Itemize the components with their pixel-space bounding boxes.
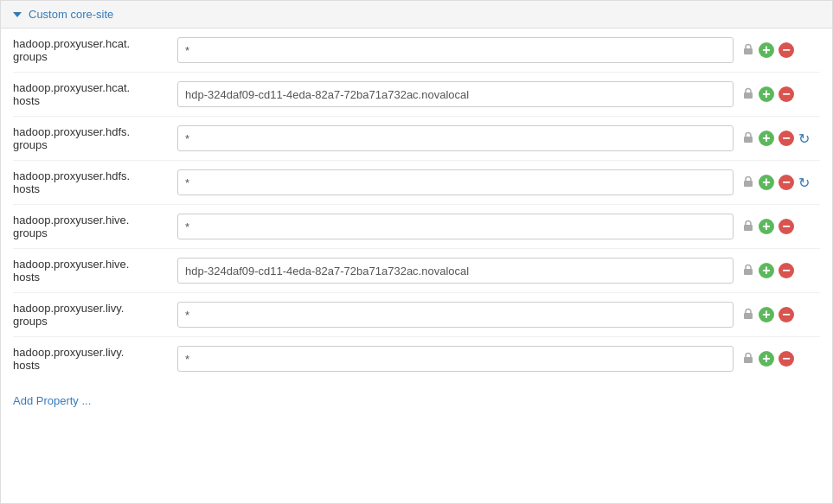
add-property-icon[interactable]: + [759, 131, 774, 146]
action-icons: +−↻ [742, 131, 820, 147]
remove-property-icon[interactable]: − [779, 131, 794, 146]
main-container: Custom core-site hadoop.proxyuser.hcat.g… [0, 0, 833, 504]
action-icons: +− [742, 219, 820, 234]
add-property-link[interactable]: Add Property ... [13, 384, 91, 421]
remove-property-icon[interactable]: − [779, 219, 794, 234]
remove-property-icon[interactable]: − [779, 351, 794, 367]
remove-property-icon[interactable]: − [779, 307, 794, 322]
property-value-input[interactable] [177, 169, 734, 195]
svg-rect-0 [744, 48, 753, 54]
add-property-icon[interactable]: + [759, 175, 774, 190]
property-value-input[interactable] [177, 125, 734, 151]
refresh-icon[interactable]: ↻ [798, 175, 810, 191]
svg-rect-1 [744, 93, 753, 99]
property-row: hadoop.proxyuser.livy.groups +− [13, 293, 820, 337]
lock-icon [742, 131, 754, 146]
property-row: hadoop.proxyuser.hdfs.hosts +−↻ [13, 161, 820, 205]
remove-property-icon[interactable]: − [779, 42, 794, 58]
lock-icon [742, 308, 754, 322]
svg-rect-7 [744, 357, 753, 363]
property-row: hadoop.proxyuser.hdfs.groups +−↻ [13, 117, 820, 161]
remove-property-icon[interactable]: − [779, 175, 794, 190]
property-name: hadoop.proxyuser.hdfs.groups [13, 125, 169, 151]
remove-property-icon[interactable]: − [779, 263, 794, 278]
property-value-input[interactable] [177, 214, 734, 239]
lock-icon [742, 87, 754, 102]
property-value-input[interactable] [177, 37, 734, 63]
property-name: hadoop.proxyuser.hive.groups [13, 214, 169, 239]
collapse-chevron-icon[interactable] [13, 12, 22, 17]
property-row: hadoop.proxyuser.livy.hosts +− [13, 337, 820, 380]
lock-icon [742, 264, 754, 278]
property-value-input[interactable] [177, 258, 734, 284]
property-row: hadoop.proxyuser.hive.hosts +− [13, 249, 820, 293]
action-icons: +− [742, 86, 820, 102]
add-property-icon[interactable]: + [759, 42, 774, 58]
action-icons: +− [742, 307, 820, 322]
action-icons: +− [742, 351, 820, 367]
add-property-icon[interactable]: + [759, 219, 774, 234]
add-property-icon[interactable]: + [759, 86, 774, 102]
action-icons: +−↻ [742, 175, 820, 191]
section-header: Custom core-site [1, 1, 832, 29]
add-property-icon[interactable]: + [759, 351, 774, 367]
svg-rect-6 [744, 313, 753, 319]
svg-rect-3 [744, 181, 753, 187]
action-icons: +− [742, 42, 820, 58]
property-name: hadoop.proxyuser.hive.hosts [13, 258, 169, 284]
lock-icon [742, 352, 754, 367]
add-property-icon[interactable]: + [759, 307, 774, 322]
property-name: hadoop.proxyuser.hdfs.hosts [13, 169, 169, 195]
properties-list: hadoop.proxyuser.hcat.groups +−hadoop.pr… [1, 29, 832, 380]
lock-icon [742, 175, 754, 190]
svg-rect-5 [744, 269, 753, 275]
refresh-icon[interactable]: ↻ [798, 131, 810, 147]
property-name: hadoop.proxyuser.hcat.groups [13, 37, 169, 63]
add-property-container: Add Property ... [1, 380, 832, 430]
property-row: hadoop.proxyuser.hcat.hosts +− [13, 73, 820, 117]
section-title[interactable]: Custom core-site [29, 8, 113, 21]
remove-property-icon[interactable]: − [779, 86, 794, 102]
property-value-input[interactable] [177, 81, 734, 107]
lock-icon [742, 220, 754, 234]
lock-icon [742, 43, 754, 58]
property-row: hadoop.proxyuser.hive.groups +− [13, 205, 820, 249]
svg-rect-2 [744, 137, 753, 143]
property-value-input[interactable] [177, 302, 734, 328]
property-name: hadoop.proxyuser.hcat.hosts [13, 81, 169, 107]
add-property-icon[interactable]: + [759, 263, 774, 278]
action-icons: +− [742, 263, 820, 278]
property-name: hadoop.proxyuser.livy.groups [13, 302, 169, 328]
property-row: hadoop.proxyuser.hcat.groups +− [13, 29, 820, 73]
svg-rect-4 [744, 225, 753, 231]
property-name: hadoop.proxyuser.livy.hosts [13, 346, 169, 372]
property-value-input[interactable] [177, 346, 734, 372]
